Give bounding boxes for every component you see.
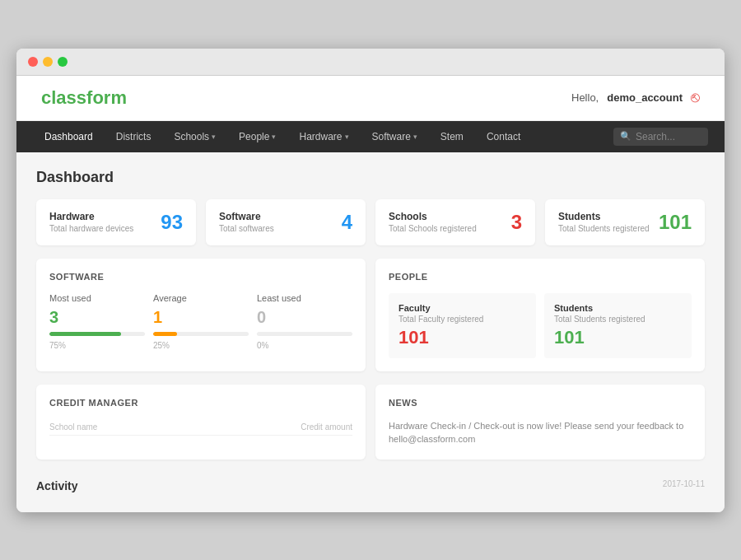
stat-card-students: Students Total Students registered 101 (545, 199, 705, 245)
metric-least-used: Least used 0 0% (257, 293, 352, 350)
metric-bar-wrap (153, 332, 249, 336)
stat-sub: Total softwares (219, 224, 274, 233)
software-metrics: Most used 3 75% Average 1 (49, 293, 352, 350)
middle-row: SOFTWARE Most used 3 75% Average 1 (36, 259, 705, 371)
username-text: demo_account (607, 91, 683, 104)
nav-item-dashboard[interactable]: Dashboard (33, 121, 105, 152)
credit-manager-section: Credit Manager School name Credit amount (36, 385, 366, 460)
metric-bar (49, 332, 121, 336)
metric-label: Most used (49, 293, 145, 303)
people-label: Faculty (398, 303, 526, 313)
people-sub: Total Students registered (554, 315, 682, 324)
news-section: News Hardware Check-in / Check-out is no… (375, 385, 705, 460)
maximize-button[interactable] (58, 57, 68, 67)
stat-number-hardware: 93 (161, 211, 183, 234)
logo: classform (41, 87, 127, 109)
page-title: Dashboard (36, 169, 705, 186)
stat-sub: Total Students registered (558, 224, 650, 233)
nav-items: Dashboard Districts Schools ▾ People ▾ H… (33, 121, 532, 152)
stat-card-hardware: Hardware Total hardware devices 93 (36, 199, 196, 245)
credit-table: School name Credit amount (49, 419, 352, 436)
chevron-down-icon: ▾ (272, 133, 276, 141)
stat-sub: Total hardware devices (49, 224, 133, 233)
metric-pct: 25% (153, 341, 249, 350)
metric-number: 1 (153, 308, 249, 327)
people-sub: Total Faculty registered (398, 315, 526, 324)
nav-bar: Dashboard Districts Schools ▾ People ▾ H… (16, 121, 725, 152)
news-text: Hardware Check-in / Check-out is now liv… (389, 419, 692, 446)
nav-item-districts[interactable]: Districts (105, 121, 163, 152)
metric-bar-wrap (257, 332, 352, 336)
people-section-title: PEOPLE (389, 272, 692, 282)
search-input[interactable] (636, 131, 701, 142)
software-section: SOFTWARE Most used 3 75% Average 1 (36, 259, 366, 371)
stat-number-software: 4 (342, 211, 352, 234)
logo-text-plain: class (41, 87, 86, 108)
news-section-title: News (389, 398, 692, 408)
close-button[interactable] (28, 57, 38, 67)
stats-row: Hardware Total hardware devices 93 Softw… (36, 199, 705, 245)
nav-item-stem[interactable]: Stem (429, 121, 475, 152)
nav-item-software[interactable]: Software ▾ (361, 121, 429, 152)
metric-most-used: Most used 3 75% (49, 293, 145, 350)
metric-label: Least used (257, 293, 352, 303)
stat-label: Students (558, 211, 650, 222)
activity-title: Activity (36, 473, 78, 496)
people-section: PEOPLE Faculty Total Faculty registered … (375, 259, 705, 371)
logout-icon[interactable]: ⎋ (691, 89, 700, 106)
nav-item-people[interactable]: People ▾ (227, 121, 287, 152)
chevron-down-icon: ▾ (212, 133, 216, 141)
nav-item-hardware[interactable]: Hardware ▾ (287, 121, 360, 152)
people-label: Students (554, 303, 682, 313)
metric-bar-wrap (49, 332, 145, 336)
stat-number-students: 101 (659, 211, 692, 234)
search-icon: 🔍 (620, 131, 631, 142)
main-content: Dashboard Hardware Total hardware device… (16, 152, 725, 512)
greeting-text: Hello, (571, 91, 599, 104)
credit-col-amount: Credit amount (301, 422, 352, 432)
metric-bar (153, 332, 177, 336)
credit-section-title: Credit Manager (49, 398, 352, 408)
bottom-row: Credit Manager School name Credit amount… (36, 385, 705, 460)
chevron-down-icon: ▾ (413, 133, 417, 141)
stat-sub: Total Schools registered (389, 224, 477, 233)
browser-window: classform Hello, demo_account ⎋ Dashboar… (16, 49, 725, 512)
stat-label: Hardware (49, 211, 133, 222)
people-card-students: Students Total Students registered 101 (544, 293, 692, 358)
stat-card-software: Software Total softwares 4 (206, 199, 366, 245)
metric-pct: 75% (49, 341, 145, 350)
browser-titlebar (16, 49, 725, 76)
app-header: classform Hello, demo_account ⎋ (16, 76, 725, 121)
chevron-down-icon: ▾ (345, 133, 349, 141)
nav-item-contact[interactable]: Contact (475, 121, 532, 152)
stat-card-schools: Schools Total Schools registered 3 (375, 199, 535, 245)
software-section-title: SOFTWARE (49, 272, 352, 282)
people-metrics: Faculty Total Faculty registered 101 Stu… (389, 293, 692, 358)
stat-label: Software (219, 211, 274, 222)
metric-number: 3 (49, 308, 145, 327)
activity-row: Activity 2017-10-11 (36, 473, 705, 496)
metric-average: Average 1 25% (153, 293, 249, 350)
people-number-students: 101 (554, 327, 682, 348)
header-right: Hello, demo_account ⎋ (571, 89, 700, 106)
people-card-faculty: Faculty Total Faculty registered 101 (389, 293, 536, 358)
stat-number-schools: 3 (511, 211, 522, 234)
nav-item-schools[interactable]: Schools ▾ (162, 121, 227, 152)
minimize-button[interactable] (43, 57, 53, 67)
credit-header: School name Credit amount (49, 419, 352, 436)
logo-text-accent: form (86, 87, 127, 108)
metric-label: Average (153, 293, 249, 303)
metric-pct: 0% (257, 341, 352, 350)
people-number-faculty: 101 (398, 327, 526, 348)
metric-number: 0 (257, 308, 352, 327)
stat-label: Schools (389, 211, 477, 222)
nav-search: 🔍 (613, 128, 708, 146)
date-stamp: 2017-10-11 (663, 476, 705, 492)
credit-col-school: School name (49, 422, 97, 432)
